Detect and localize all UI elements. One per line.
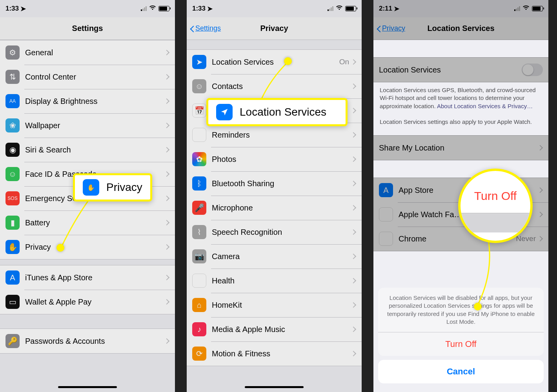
chevron-right-icon — [351, 327, 356, 332]
row-wallpaper[interactable]: ❀Wallpaper — [0, 113, 175, 138]
hand-icon: ✋ — [5, 240, 20, 254]
sheet-turn-off-button[interactable]: Turn Off — [378, 332, 544, 356]
callout-privacy: ✋ Privacy — [73, 173, 152, 201]
chevron-right-icon — [164, 220, 169, 225]
chevron-left-icon — [190, 25, 195, 33]
callout-location-services: Location Services — [206, 98, 348, 126]
screenshot-location-services: 2:11➤ Privacy Location Services Location… — [373, 0, 548, 392]
appstore-icon: A — [5, 270, 20, 285]
chevron-right-icon — [537, 236, 543, 241]
location-arrow-icon: ➤ — [20, 5, 26, 13]
description-1: Location Services uses GPS, Bluetooth, a… — [373, 82, 548, 114]
music-icon: ♪ — [192, 322, 206, 336]
description-2: Location Services settings also apply to… — [373, 114, 548, 130]
row-passwords-accounts[interactable]: 🔑Passwords & Accounts — [0, 329, 175, 353]
row-homekit[interactable]: ⌂HomeKit — [187, 293, 362, 317]
row-location-services-toggle[interactable]: Location Services — [373, 58, 548, 82]
watch-icon: ◻ — [379, 207, 393, 221]
homekit-icon: ⌂ — [192, 298, 206, 312]
location-arrow-icon: ➤ — [207, 5, 213, 13]
calendar-icon: 📅 — [192, 103, 206, 118]
toggle-switch[interactable] — [522, 64, 543, 76]
back-button[interactable]: Settings — [190, 24, 221, 33]
chevron-right-icon — [164, 275, 169, 280]
chevron-right-icon — [351, 132, 356, 138]
row-microphone[interactable]: 🎤Microphone — [187, 196, 362, 220]
back-button[interactable]: Privacy — [377, 24, 405, 33]
contacts-icon: ☺ — [192, 79, 206, 93]
row-label: Privacy — [25, 243, 165, 252]
row-label: Reminders — [212, 131, 351, 140]
row-speech-recognition[interactable]: ⌇Speech Recognition — [187, 220, 362, 244]
screenshot-privacy: 1:33➤ Settings Privacy ➤Location Service… — [187, 0, 362, 392]
chevron-right-icon — [537, 212, 543, 217]
chevron-right-icon — [164, 74, 169, 80]
health-icon: ♥ — [192, 274, 206, 288]
row-privacy[interactable]: ✋Privacy — [0, 235, 175, 259]
row-label: Siri & Search — [25, 145, 165, 154]
flower-icon: ❀ — [5, 118, 20, 132]
wallet-icon: ▭ — [5, 295, 20, 309]
callout-turn-off: Turn Off — [458, 169, 533, 243]
chevron-right-icon — [164, 50, 169, 55]
nav-title: Privacy — [260, 24, 288, 33]
row-location-services[interactable]: ➤Location ServicesOn — [187, 50, 362, 74]
highlight-dot — [56, 244, 64, 252]
nav-bar: Privacy Location Services — [373, 17, 548, 40]
row-label: Wallet & Apple Pay — [25, 298, 165, 307]
row-label: Contacts — [212, 82, 351, 91]
toggle-label: Location Services — [379, 65, 522, 74]
row-label: Media & Apple Music — [212, 325, 351, 334]
nav-title: Location Services — [427, 24, 494, 33]
row-camera[interactable]: 📷Camera — [187, 244, 362, 269]
photos-icon: ✿ — [192, 152, 206, 166]
signal-icon — [141, 6, 147, 11]
settings-group-3: 🔑Passwords & Accounts — [0, 328, 175, 354]
row-wallet-apple-pay[interactable]: ▭Wallet & Apple Pay — [0, 290, 175, 314]
wifi-icon — [522, 5, 530, 13]
status-time: 1:33 — [192, 5, 206, 13]
row-label: Camera — [212, 252, 351, 261]
row-label: Location Services — [212, 58, 339, 67]
row-motion-fitness[interactable]: ⟳Motion & Fitness — [187, 341, 362, 366]
privacy-group: ➤Location ServicesOn☺Contacts📅Calendars≡… — [187, 49, 362, 366]
row-media-apple-music[interactable]: ♪Media & Apple Music — [187, 317, 362, 341]
about-link[interactable]: About Location Services & Privacy… — [437, 103, 533, 109]
toggles-icon: ⇅ — [5, 70, 20, 84]
row-display-brightness[interactable]: AADisplay & Brightness — [0, 89, 175, 113]
row-control-center[interactable]: ⇅Control Center — [0, 65, 175, 89]
back-label: Privacy — [382, 24, 405, 33]
chevron-right-icon — [351, 83, 356, 89]
chevron-right-icon — [164, 171, 169, 177]
reminders-icon: ≡ — [192, 128, 206, 142]
row-itunes-app-store[interactable]: AiTunes & App Store — [0, 265, 175, 290]
chevron-right-icon — [164, 98, 169, 104]
motion-icon: ⟳ — [192, 347, 206, 361]
row-label: Control Center — [25, 73, 165, 82]
bluetooth-icon: ᛒ — [192, 176, 206, 191]
chevron-right-icon — [351, 205, 356, 211]
row-label: Motion & Fitness — [212, 349, 351, 358]
row-photos[interactable]: ✿Photos — [187, 147, 362, 171]
sheet-cancel-button[interactable]: Cancel — [378, 360, 544, 383]
battery-icon — [532, 6, 543, 11]
nav-bar: Settings — [0, 17, 175, 40]
row-share-my-location[interactable]: Share My Location — [373, 136, 548, 160]
row-general[interactable]: ⚙︎General — [0, 40, 175, 65]
callout-label: Location Services — [240, 106, 326, 118]
home-indicator — [58, 386, 117, 388]
row-health[interactable]: ♥Health — [187, 269, 362, 293]
screenshot-settings: 1:33➤ Settings ⚙︎General⇅Control CenterA… — [0, 0, 175, 392]
row-siri-search[interactable]: ◉Siri & Search — [0, 138, 175, 162]
row-reminders[interactable]: ≡Reminders — [187, 123, 362, 147]
row-contacts[interactable]: ☺Contacts — [187, 74, 362, 98]
row-battery[interactable]: ▮Battery — [0, 211, 175, 235]
row-label: HomeKit — [212, 301, 351, 310]
chevron-right-icon — [537, 145, 543, 151]
chevron-right-icon — [164, 196, 169, 201]
row-label: Passwords & Accounts — [25, 337, 165, 346]
signal-icon — [328, 6, 333, 11]
row-bluetooth-sharing[interactable]: ᛒBluetooth Sharing — [187, 171, 362, 196]
wifi-icon — [149, 5, 156, 13]
row-label: Bluetooth Sharing — [212, 179, 351, 188]
